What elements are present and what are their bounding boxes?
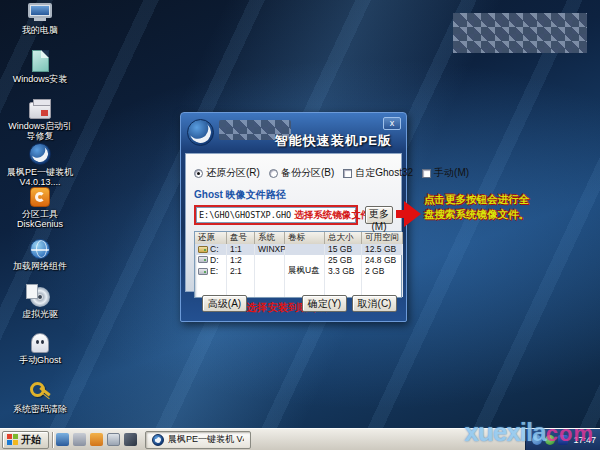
desktop-wallpaper: 我的电脑 Windows安装 Windows启动引导修复 晨枫PE一键装机 V4… xyxy=(0,0,600,450)
dialog-titlebar[interactable]: 智能快速装机PE版 x xyxy=(181,113,406,153)
divider xyxy=(52,432,53,448)
show-desktop-icon[interactable] xyxy=(56,433,69,446)
messenger-tray-icon[interactable] xyxy=(558,435,568,445)
close-button[interactable]: x xyxy=(383,117,401,130)
window-icon[interactable] xyxy=(107,433,120,446)
installer-dialog: 智能快速装机PE版 x 还原分区(R) 备份分区(B) 自定Ghost32 xyxy=(180,112,407,322)
desktop-icon-pe-onekey[interactable]: 晨枫PE一键装机 V4.0.13.... xyxy=(4,143,76,187)
desktop-icon-manual-ghost[interactable]: 手动Ghost xyxy=(4,333,76,365)
checkbox-icon xyxy=(422,169,431,178)
radio-checked-icon xyxy=(194,169,203,178)
icon-label: Windows启动引导修复 xyxy=(4,121,76,141)
desktop-icon-password-clear[interactable]: 系统密码清除 xyxy=(4,380,76,414)
checkbox-manual[interactable]: 手动(M) xyxy=(422,166,469,180)
image-path-row: E:\GHO\GHOSTXP.GHO 选择系统镜像文件 ▼ 更多(M) xyxy=(194,205,393,225)
icon-label: 加载网络组件 xyxy=(4,261,76,271)
desktop-icon-virtual-cd[interactable]: 虚拟光驱 xyxy=(4,287,76,319)
folder-icon[interactable] xyxy=(90,433,103,446)
icon-label: 虚拟光驱 xyxy=(4,309,76,319)
icon-label: Windows安装 xyxy=(4,74,76,84)
red-arrow-icon xyxy=(396,201,422,227)
globe-icon xyxy=(30,239,50,259)
quicklaunch-app-icon[interactable] xyxy=(73,433,86,446)
image-path-value: E:\GHO\GHOSTXP.GHO xyxy=(197,210,291,220)
network-tray-icon[interactable] xyxy=(532,435,542,445)
checkbox-label: 自定Ghost32 xyxy=(355,166,413,180)
dialog-title: 智能快速装机PE版 xyxy=(275,132,392,150)
desktop-icon-boot-repair[interactable]: Windows启动引导修复 xyxy=(4,97,76,141)
drive-icon xyxy=(198,246,208,253)
radio-icon xyxy=(269,169,278,178)
blue-swirl-icon xyxy=(29,143,51,165)
cancel-button[interactable]: 取消(C) xyxy=(352,295,397,312)
icon-label: 我的电脑 xyxy=(4,25,76,35)
partition-table: 还原 盘号 系统 卷标 总大小 可用空间 C: 1:1 WINXP 15 GB … xyxy=(194,231,402,298)
ghost-path-label: Ghost 映像文件路径 xyxy=(194,188,393,202)
table-header-row: 还原 盘号 系统 卷标 总大小 可用空间 xyxy=(195,232,401,244)
taskbar: 开始 晨枫PE一键装机 V4.0.1... 17:47 xyxy=(0,428,600,450)
start-button[interactable]: 开始 xyxy=(2,431,49,449)
file-icon xyxy=(32,50,49,72)
image-path-combobox[interactable]: E:\GHO\GHOSTXP.GHO 选择系统镜像文件 ▼ xyxy=(196,207,356,223)
radio-restore-partition[interactable]: 还原分区(R) xyxy=(194,166,260,180)
highlight-rectangle: E:\GHO\GHOSTXP.GHO 选择系统镜像文件 ▼ xyxy=(194,205,358,225)
blurred-watermark xyxy=(453,13,587,53)
more-button[interactable]: 更多(M) xyxy=(365,206,393,224)
desktop-icon-my-computer[interactable]: 我的电脑 xyxy=(4,3,76,35)
checkbox-icon xyxy=(343,169,352,178)
start-label: 开始 xyxy=(21,433,41,447)
advanced-button[interactable]: 高级(A) xyxy=(202,295,247,312)
table-row-c[interactable]: C: 1:1 WINXP 15 GB 12.5 GB xyxy=(195,244,401,255)
close-icon: x xyxy=(390,118,395,128)
note-line: 点击更多按钮会进行全 xyxy=(424,192,549,207)
radio-label: 备份分区(B) xyxy=(281,166,334,180)
drive-icon xyxy=(198,256,208,263)
ok-button[interactable]: 确定(Y) xyxy=(302,295,347,312)
tutorial-note: 点击更多按钮会进行全 盘搜索系统镜像文件。 xyxy=(424,192,549,222)
shortcut-icon[interactable] xyxy=(124,433,137,446)
icon-label: 分区工具 DiskGenius xyxy=(4,209,76,229)
dialog-footer: 高级(A) 确定(Y) 取消(C) xyxy=(181,290,406,321)
icon-label: 系统密码清除 xyxy=(4,404,76,414)
computer-icon xyxy=(28,3,52,23)
ghost-icon xyxy=(31,333,49,353)
app-logo-icon xyxy=(187,119,214,146)
windows-flag-icon xyxy=(7,434,18,445)
package-icon xyxy=(29,102,51,119)
taskbar-clock: 17:47 xyxy=(571,435,596,445)
radio-label: 还原分区(R) xyxy=(206,166,260,180)
icon-label: 手动Ghost xyxy=(4,355,76,365)
blue-swirl-icon xyxy=(152,434,164,446)
system-tray: 17:47 xyxy=(525,429,600,450)
task-button-pe-installer[interactable]: 晨枫PE一键装机 V4.0.1... xyxy=(145,431,251,449)
disc-icon xyxy=(30,287,50,307)
quick-launch xyxy=(56,433,137,446)
desktop-icon-windows-install[interactable]: Windows安装 xyxy=(4,50,76,84)
table-row-empty xyxy=(195,276,401,287)
desktop-icon-diskgenius[interactable]: 分区工具 DiskGenius xyxy=(4,187,76,229)
task-button-label: 晨枫PE一键装机 V4.0.1... xyxy=(168,433,244,446)
path-hint-annotation: 选择系统镜像文件 xyxy=(294,209,370,222)
table-row-d[interactable]: D: 1:2 25 GB 24.8 GB xyxy=(195,255,401,266)
icon-label: 晨枫PE一键装机 V4.0.13.... xyxy=(4,167,76,187)
diskgenius-icon xyxy=(30,187,50,207)
status-tray-icon[interactable] xyxy=(545,435,555,445)
checkbox-custom-ghost32[interactable]: 自定Ghost32 xyxy=(343,166,413,180)
mode-selector-row: 还原分区(R) 备份分区(B) 自定Ghost32 手动(M) xyxy=(194,166,393,180)
radio-backup-partition[interactable]: 备份分区(B) xyxy=(269,166,334,180)
table-row-e[interactable]: E: 2:1 晨枫U盘 3.3 GB 2 GB xyxy=(195,265,401,276)
checkbox-label: 手动(M) xyxy=(434,166,469,180)
dialog-body: 还原分区(R) 备份分区(B) 自定Ghost32 手动(M) Ghost 映像… xyxy=(185,153,402,292)
desktop-icon-network[interactable]: 加载网络组件 xyxy=(4,239,76,271)
key-icon xyxy=(28,380,52,402)
note-line: 盘搜索系统镜像文件。 xyxy=(424,207,549,222)
drive-icon xyxy=(198,268,208,275)
